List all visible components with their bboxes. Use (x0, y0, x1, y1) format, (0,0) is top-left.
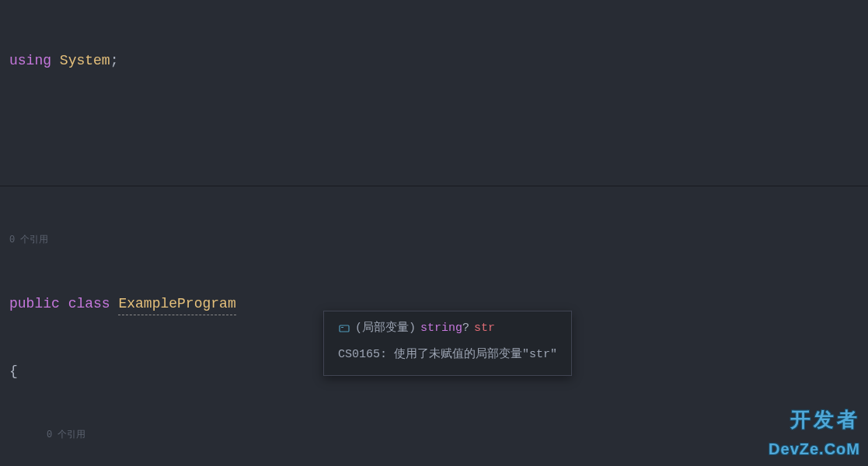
tooltip-type: string (420, 322, 462, 335)
keyword-class: class (68, 293, 110, 315)
svg-rect-1 (341, 327, 343, 328)
tooltip-signature: (局部变量) string? str (338, 319, 557, 338)
keyword-using: using (9, 50, 51, 72)
codelens-method-references[interactable]: 0 个引用 (0, 427, 868, 443)
tooltip-var-name: str (474, 319, 495, 338)
codelens-class-references[interactable]: 0 个引用 (0, 232, 868, 248)
variable-icon (338, 322, 350, 335)
watermark: 开发者 DevZe.CoM (769, 404, 860, 461)
watermark-text-bottom: DevZe.CoM (769, 436, 860, 461)
semicolon: ; (110, 50, 119, 72)
svg-rect-0 (340, 325, 349, 332)
intellisense-tooltip: (局部变量) string? str CS0165: 使用了未赋值的局部变量"s… (323, 311, 572, 376)
watermark-text-top: 开发者 (769, 404, 860, 436)
code-editor[interactable]: using System; 0 个引用 public class Example… (0, 0, 868, 466)
namespace-system: System (60, 50, 110, 72)
code-line[interactable]: using System; (0, 50, 868, 72)
class-name: ExampleProgram (118, 293, 235, 316)
tooltip-error-message: CS0165: 使用了未赋值的局部变量"str" (338, 346, 557, 364)
brace-open: { (9, 360, 18, 383)
code-line-empty[interactable] (0, 116, 868, 139)
keyword-public: public (9, 293, 60, 315)
tooltip-kind-label: (局部变量) (355, 319, 416, 338)
